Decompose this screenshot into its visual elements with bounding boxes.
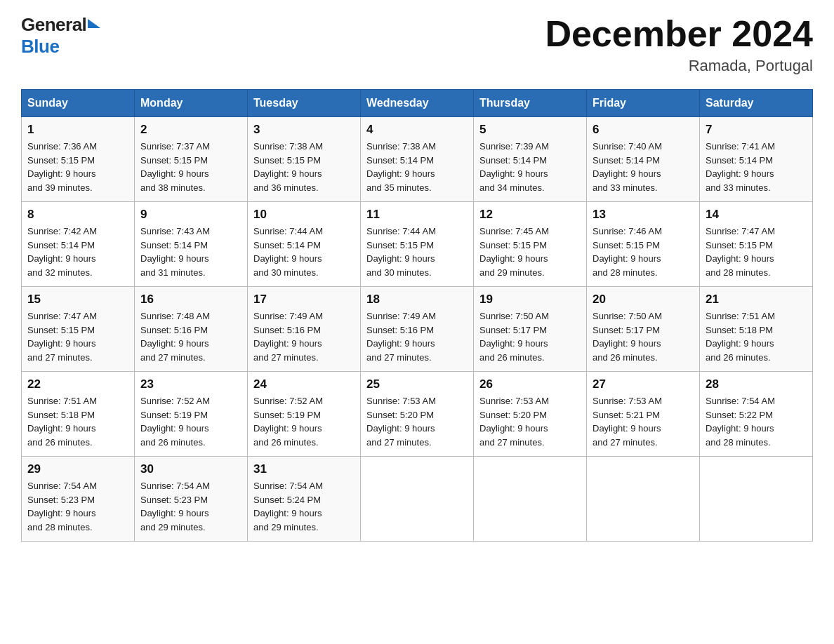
- day-info: Sunrise: 7:44 AMSunset: 5:14 PMDaylight:…: [253, 226, 323, 278]
- calendar-day-header: Sunday: [22, 90, 135, 117]
- calendar-day-cell: 22 Sunrise: 7:51 AMSunset: 5:18 PMDaylig…: [22, 372, 135, 457]
- calendar-day-cell: [587, 457, 700, 542]
- day-info: Sunrise: 7:43 AMSunset: 5:14 PMDaylight:…: [140, 226, 210, 278]
- calendar-week-row: 8 Sunrise: 7:42 AMSunset: 5:14 PMDayligh…: [22, 202, 813, 287]
- day-info: Sunrise: 7:54 AMSunset: 5:24 PMDaylight:…: [253, 481, 323, 532]
- calendar-week-row: 22 Sunrise: 7:51 AMSunset: 5:18 PMDaylig…: [22, 372, 813, 457]
- day-number: 25: [366, 377, 468, 391]
- day-info: Sunrise: 7:51 AMSunset: 5:18 PMDaylight:…: [27, 396, 97, 448]
- calendar-day-cell: 2 Sunrise: 7:37 AMSunset: 5:15 PMDayligh…: [135, 117, 248, 202]
- day-number: 28: [706, 377, 807, 391]
- day-number: 4: [366, 123, 468, 137]
- day-number: 22: [27, 377, 128, 391]
- calendar-day-cell: 12 Sunrise: 7:45 AMSunset: 5:15 PMDaylig…: [474, 202, 587, 287]
- page-header: General Blue December 2024 Ramada, Portu…: [21, 14, 813, 75]
- day-info: Sunrise: 7:37 AMSunset: 5:15 PMDaylight:…: [140, 141, 210, 193]
- day-info: Sunrise: 7:47 AMSunset: 5:15 PMDaylight:…: [706, 226, 775, 278]
- day-info: Sunrise: 7:49 AMSunset: 5:16 PMDaylight:…: [366, 311, 436, 363]
- day-number: 11: [366, 208, 468, 222]
- month-title: December 2024: [545, 14, 813, 54]
- calendar-day-cell: 10 Sunrise: 7:44 AMSunset: 5:14 PMDaylig…: [248, 202, 361, 287]
- calendar-day-header: Friday: [587, 90, 700, 117]
- calendar-day-cell: 25 Sunrise: 7:53 AMSunset: 5:20 PMDaylig…: [361, 372, 474, 457]
- day-info: Sunrise: 7:40 AMSunset: 5:14 PMDaylight:…: [593, 141, 662, 193]
- day-number: 24: [253, 377, 355, 391]
- day-number: 23: [140, 377, 241, 391]
- day-number: 6: [593, 123, 694, 137]
- day-number: 17: [253, 293, 355, 307]
- day-number: 20: [593, 293, 694, 307]
- day-info: Sunrise: 7:47 AMSunset: 5:15 PMDaylight:…: [27, 311, 97, 363]
- day-info: Sunrise: 7:38 AMSunset: 5:14 PMDaylight:…: [366, 141, 436, 193]
- calendar-day-cell: 20 Sunrise: 7:50 AMSunset: 5:17 PMDaylig…: [587, 287, 700, 372]
- day-number: 12: [479, 208, 581, 222]
- calendar-day-header: Monday: [135, 90, 248, 117]
- day-number: 29: [27, 462, 128, 476]
- day-info: Sunrise: 7:39 AMSunset: 5:14 PMDaylight:…: [479, 141, 549, 193]
- day-info: Sunrise: 7:50 AMSunset: 5:17 PMDaylight:…: [479, 311, 549, 363]
- day-info: Sunrise: 7:38 AMSunset: 5:15 PMDaylight:…: [253, 141, 323, 193]
- day-info: Sunrise: 7:49 AMSunset: 5:16 PMDaylight:…: [253, 311, 323, 363]
- day-number: 19: [479, 293, 581, 307]
- calendar-day-header: Saturday: [700, 90, 813, 117]
- calendar-day-cell: 24 Sunrise: 7:52 AMSunset: 5:19 PMDaylig…: [248, 372, 361, 457]
- calendar-day-cell: 13 Sunrise: 7:46 AMSunset: 5:15 PMDaylig…: [587, 202, 700, 287]
- day-info: Sunrise: 7:45 AMSunset: 5:15 PMDaylight:…: [479, 226, 549, 278]
- calendar-day-cell: 30 Sunrise: 7:54 AMSunset: 5:23 PMDaylig…: [135, 457, 248, 542]
- day-info: Sunrise: 7:53 AMSunset: 5:21 PMDaylight:…: [593, 396, 662, 448]
- calendar-day-cell: 6 Sunrise: 7:40 AMSunset: 5:14 PMDayligh…: [587, 117, 700, 202]
- day-info: Sunrise: 7:48 AMSunset: 5:16 PMDaylight:…: [140, 311, 210, 363]
- calendar-day-cell: 26 Sunrise: 7:53 AMSunset: 5:20 PMDaylig…: [474, 372, 587, 457]
- day-number: 31: [253, 462, 355, 476]
- day-number: 3: [253, 123, 355, 137]
- day-info: Sunrise: 7:36 AMSunset: 5:15 PMDaylight:…: [27, 141, 97, 193]
- day-number: 16: [140, 293, 241, 307]
- logo-blue-text: Blue: [21, 36, 59, 58]
- day-number: 1: [27, 123, 128, 137]
- calendar-day-header: Tuesday: [248, 90, 361, 117]
- day-info: Sunrise: 7:42 AMSunset: 5:14 PMDaylight:…: [27, 226, 97, 278]
- calendar-day-cell: 9 Sunrise: 7:43 AMSunset: 5:14 PMDayligh…: [135, 202, 248, 287]
- calendar-day-cell: 11 Sunrise: 7:44 AMSunset: 5:15 PMDaylig…: [361, 202, 474, 287]
- location-title: Ramada, Portugal: [545, 57, 813, 75]
- calendar-day-cell: 17 Sunrise: 7:49 AMSunset: 5:16 PMDaylig…: [248, 287, 361, 372]
- day-info: Sunrise: 7:53 AMSunset: 5:20 PMDaylight:…: [479, 396, 549, 448]
- day-info: Sunrise: 7:54 AMSunset: 5:23 PMDaylight:…: [140, 481, 210, 532]
- day-info: Sunrise: 7:53 AMSunset: 5:20 PMDaylight:…: [366, 396, 436, 448]
- calendar-day-cell: 21 Sunrise: 7:51 AMSunset: 5:18 PMDaylig…: [700, 287, 813, 372]
- logo: General Blue: [21, 14, 100, 58]
- day-number: 2: [140, 123, 241, 137]
- calendar-day-header: Thursday: [474, 90, 587, 117]
- day-number: 7: [706, 123, 807, 137]
- day-number: 13: [593, 208, 694, 222]
- day-number: 30: [140, 462, 241, 476]
- day-info: Sunrise: 7:50 AMSunset: 5:17 PMDaylight:…: [593, 311, 662, 363]
- calendar-day-cell: 7 Sunrise: 7:41 AMSunset: 5:14 PMDayligh…: [700, 117, 813, 202]
- day-number: 9: [140, 208, 241, 222]
- day-info: Sunrise: 7:54 AMSunset: 5:23 PMDaylight:…: [27, 481, 97, 532]
- calendar-day-cell: 8 Sunrise: 7:42 AMSunset: 5:14 PMDayligh…: [22, 202, 135, 287]
- calendar-day-cell: 15 Sunrise: 7:47 AMSunset: 5:15 PMDaylig…: [22, 287, 135, 372]
- calendar-header-row: SundayMondayTuesdayWednesdayThursdayFrid…: [22, 90, 813, 117]
- day-info: Sunrise: 7:51 AMSunset: 5:18 PMDaylight:…: [706, 311, 775, 363]
- calendar-week-row: 29 Sunrise: 7:54 AMSunset: 5:23 PMDaylig…: [22, 457, 813, 542]
- calendar-day-cell: 18 Sunrise: 7:49 AMSunset: 5:16 PMDaylig…: [361, 287, 474, 372]
- day-info: Sunrise: 7:52 AMSunset: 5:19 PMDaylight:…: [140, 396, 210, 448]
- calendar-day-cell: 28 Sunrise: 7:54 AMSunset: 5:22 PMDaylig…: [700, 372, 813, 457]
- day-info: Sunrise: 7:46 AMSunset: 5:15 PMDaylight:…: [593, 226, 662, 278]
- calendar-day-cell: [474, 457, 587, 542]
- title-block: December 2024 Ramada, Portugal: [545, 14, 813, 75]
- day-info: Sunrise: 7:44 AMSunset: 5:15 PMDaylight:…: [366, 226, 436, 278]
- calendar-day-cell: 1 Sunrise: 7:36 AMSunset: 5:15 PMDayligh…: [22, 117, 135, 202]
- day-number: 5: [479, 123, 581, 137]
- day-number: 26: [479, 377, 581, 391]
- day-info: Sunrise: 7:52 AMSunset: 5:19 PMDaylight:…: [253, 396, 323, 448]
- calendar-week-row: 1 Sunrise: 7:36 AMSunset: 5:15 PMDayligh…: [22, 117, 813, 202]
- day-number: 21: [706, 293, 807, 307]
- day-number: 15: [27, 293, 128, 307]
- day-number: 27: [593, 377, 694, 391]
- calendar-day-cell: 16 Sunrise: 7:48 AMSunset: 5:16 PMDaylig…: [135, 287, 248, 372]
- logo-general-text: General: [21, 14, 86, 36]
- calendar-day-cell: 4 Sunrise: 7:38 AMSunset: 5:14 PMDayligh…: [361, 117, 474, 202]
- logo-triangle-icon: [88, 19, 100, 28]
